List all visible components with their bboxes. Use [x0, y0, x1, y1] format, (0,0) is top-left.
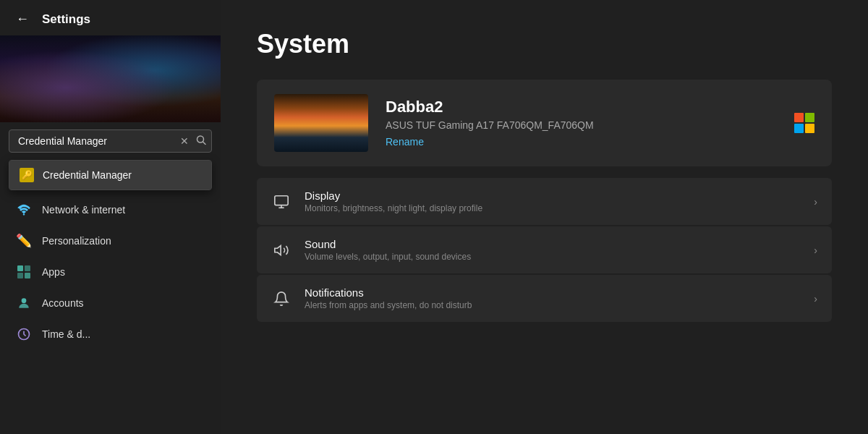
settings-list: Display Monitors, brightness, night ligh…	[257, 178, 832, 322]
display-text: Display Monitors, brightness, night ligh…	[305, 190, 801, 213]
svg-point-2	[23, 213, 25, 215]
credential-manager-icon: 🔑	[20, 168, 34, 182]
device-rename-link[interactable]: Rename	[386, 136, 424, 148]
svg-rect-4	[25, 265, 30, 271]
back-button[interactable]: ←	[12, 10, 33, 28]
display-svg	[273, 194, 289, 210]
ms-logo-blue	[794, 124, 804, 133]
nav-list: Bluetooth & devices Network & internet ✏…	[0, 160, 221, 434]
dropdown-item-credential-manager[interactable]: 🔑 Credential Manager	[9, 161, 211, 190]
personalization-icon: ✏️	[16, 233, 32, 249]
page-title: System	[257, 29, 832, 59]
sidebar-item-network[interactable]: Network & internet	[4, 195, 216, 225]
notifications-icon	[271, 289, 292, 309]
profile-area	[0, 35, 221, 122]
sound-label: Sound	[305, 238, 801, 250]
device-image	[274, 94, 368, 152]
sidebar: ← Settings Credential Manager ✕ 🔑 Creden…	[0, 0, 221, 434]
svg-marker-12	[275, 245, 281, 255]
search-dropdown: 🔑 Credential Manager	[9, 160, 212, 190]
svg-line-1	[203, 142, 206, 145]
sound-text: Sound Volume levels, output, input, soun…	[305, 238, 801, 262]
network-icon	[16, 202, 32, 218]
setting-row-sound[interactable]: Sound Volume levels, output, input, soun…	[257, 226, 832, 273]
device-info: Dabba2 ASUS TUF Gaming A17 FA706QM_FA706…	[386, 98, 777, 148]
apps-icon	[16, 264, 32, 280]
sound-chevron: ›	[814, 244, 817, 256]
sidebar-item-accounts[interactable]: Accounts	[4, 288, 216, 318]
search-container: Credential Manager ✕ 🔑 Credential Manage…	[0, 122, 221, 160]
ms-logo-red	[794, 113, 804, 122]
notifications-svg	[273, 291, 289, 307]
notifications-chevron: ›	[814, 293, 817, 305]
apps-svg	[17, 265, 31, 279]
search-icon-button[interactable]	[193, 132, 209, 150]
sound-svg	[273, 242, 289, 258]
time-label: Time & d...	[42, 328, 90, 340]
display-desc: Monitors, brightness, night light, displ…	[305, 203, 801, 213]
sidebar-item-apps[interactable]: Apps	[4, 257, 216, 287]
main-content: System Dabba2 ASUS TUF Gaming A17 FA706Q…	[221, 0, 868, 434]
ms-logo-green	[805, 113, 814, 122]
sidebar-header: ← Settings	[0, 0, 221, 35]
svg-rect-6	[25, 273, 30, 278]
sidebar-title: Settings	[42, 12, 90, 27]
setting-row-notifications[interactable]: Notifications Alerts from apps and syste…	[257, 275, 832, 322]
setting-row-display[interactable]: Display Monitors, brightness, night ligh…	[257, 178, 832, 225]
search-icon	[196, 135, 206, 145]
display-chevron: ›	[814, 196, 817, 208]
notifications-text: Notifications Alerts from apps and syste…	[305, 286, 801, 310]
profile-image	[0, 35, 221, 122]
display-icon	[271, 192, 292, 212]
sidebar-item-time[interactable]: Time & d...	[4, 319, 216, 349]
network-svg	[17, 204, 31, 216]
ms-logo-yellow	[805, 124, 814, 133]
accounts-svg	[17, 296, 31, 310]
display-label: Display	[305, 190, 801, 202]
accounts-icon	[16, 295, 32, 311]
device-name: Dabba2	[386, 98, 777, 116]
personalization-label: Personalization	[42, 235, 111, 247]
notifications-desc: Alerts from apps and system, do not dist…	[305, 300, 801, 310]
time-icon	[16, 326, 32, 342]
accounts-label: Accounts	[42, 297, 84, 309]
apps-label: Apps	[42, 266, 65, 278]
search-clear-button[interactable]: ✕	[177, 132, 192, 150]
svg-rect-9	[275, 195, 288, 205]
time-svg	[17, 327, 31, 341]
sound-icon	[271, 240, 292, 260]
dropdown-item-label: Credential Manager	[43, 169, 132, 181]
svg-rect-3	[17, 265, 23, 271]
device-card: Dabba2 ASUS TUF Gaming A17 FA706QM_FA706…	[257, 80, 832, 166]
notifications-label: Notifications	[305, 286, 801, 299]
sidebar-item-personalization[interactable]: ✏️ Personalization	[4, 226, 216, 256]
svg-point-7	[22, 298, 27, 303]
network-label: Network & internet	[42, 204, 125, 216]
svg-rect-5	[17, 273, 23, 278]
device-model: ASUS TUF Gaming A17 FA706QM_FA706QM	[386, 119, 777, 131]
microsoft-logo	[794, 113, 814, 133]
device-thumbnail	[274, 94, 368, 152]
sound-desc: Volume levels, output, input, sound devi…	[305, 252, 801, 262]
